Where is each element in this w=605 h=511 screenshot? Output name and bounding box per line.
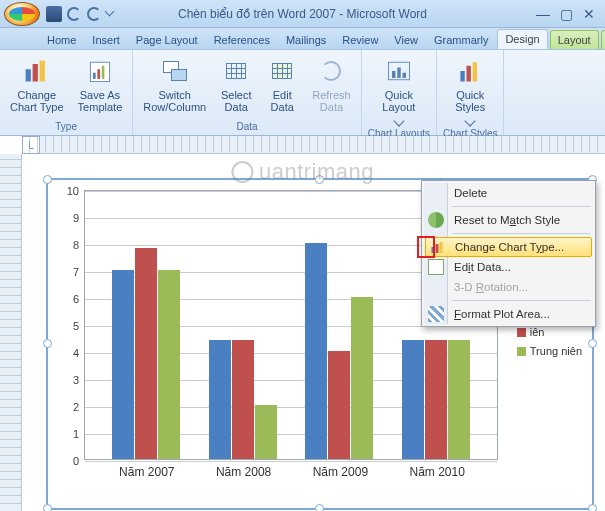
menu-reset-to-match-style[interactable]: Reset to Match Style: [424, 210, 593, 230]
legend-item: iên: [517, 326, 582, 338]
svg-rect-6: [102, 66, 105, 79]
save-as-template-button[interactable]: Save As Template: [74, 53, 127, 115]
svg-rect-4: [93, 73, 96, 79]
legend-swatch: [517, 347, 526, 356]
quick-layout-button[interactable]: Quick Layout: [378, 53, 419, 127]
tab-insert[interactable]: Insert: [85, 31, 127, 49]
document-title: Chèn biểu đồ trên Word 2007 - Microsoft …: [178, 7, 427, 21]
tab-format[interactable]: Format: [601, 30, 605, 49]
tab-review[interactable]: Review: [335, 31, 385, 49]
bar[interactable]: [351, 297, 373, 459]
bar[interactable]: [448, 340, 470, 459]
bar[interactable]: [112, 270, 134, 459]
resize-handle[interactable]: [43, 175, 52, 184]
switch-row-column-button[interactable]: Switch Row/Column: [139, 53, 210, 115]
refresh-data-button[interactable]: Refresh Data: [308, 53, 355, 115]
svg-rect-16: [440, 242, 443, 253]
legend-label: Trung niên: [530, 345, 582, 357]
bar[interactable]: [158, 270, 180, 459]
bar-group[interactable]: [209, 340, 279, 459]
svg-rect-0: [25, 69, 30, 81]
switch-icon: [159, 55, 191, 87]
button-label: Save As Template: [78, 89, 123, 113]
button-label: Edit Data: [271, 89, 294, 113]
resize-handle[interactable]: [588, 504, 597, 511]
resize-handle[interactable]: [588, 339, 597, 348]
tab-design[interactable]: Design: [497, 29, 547, 49]
resize-handle[interactable]: [43, 339, 52, 348]
window-controls: — ▢ ✕: [536, 6, 601, 22]
menu-separator: [452, 233, 591, 234]
save-icon[interactable]: [46, 6, 62, 22]
horizontal-ruler[interactable]: L: [22, 136, 605, 154]
tab-references[interactable]: References: [207, 31, 277, 49]
button-label: Select Data: [221, 89, 252, 113]
bar[interactable]: [328, 351, 350, 459]
y-axis-label: 3: [73, 374, 79, 386]
bar-group[interactable]: [112, 248, 182, 459]
office-button[interactable]: [4, 2, 40, 26]
bar[interactable]: [135, 248, 157, 459]
group-label: Data: [236, 120, 257, 133]
bar-group[interactable]: [402, 340, 472, 459]
quick-layout-icon: [383, 55, 415, 87]
annotation-highlight: [417, 236, 435, 258]
edit-data-icon: [266, 55, 298, 87]
undo-icon[interactable]: [66, 6, 82, 22]
tab-grammarly[interactable]: Grammarly: [427, 31, 495, 49]
maximize-button[interactable]: ▢: [560, 6, 573, 22]
button-label: Switch Row/Column: [143, 89, 206, 113]
quick-styles-button[interactable]: Quick Styles: [450, 53, 490, 127]
change-chart-type-button[interactable]: Change Chart Type: [6, 53, 68, 115]
tab-mailings[interactable]: Mailings: [279, 31, 333, 49]
minimize-button[interactable]: —: [536, 6, 550, 22]
resize-handle[interactable]: [315, 504, 324, 511]
resize-handle[interactable]: [315, 175, 324, 184]
menu-edit-data[interactable]: Edit Data...: [424, 257, 593, 277]
qat-dropdown-icon[interactable]: [105, 7, 115, 17]
vertical-ruler[interactable]: [0, 154, 22, 511]
tab-view[interactable]: View: [387, 31, 425, 49]
menu-change-chart-type[interactable]: Change Chart Type...: [425, 237, 592, 257]
legend-item: Trung niên: [517, 345, 582, 357]
quick-styles-icon: [454, 55, 486, 87]
svg-rect-8: [392, 71, 396, 78]
svg-rect-11: [461, 71, 465, 82]
bar[interactable]: [402, 340, 424, 459]
menu-delete[interactable]: Delete: [424, 183, 593, 203]
group-label: Type: [55, 120, 77, 133]
bar[interactable]: [232, 340, 254, 459]
x-axis-label: Năm 2010: [410, 465, 465, 479]
tab-home[interactable]: Home: [40, 31, 83, 49]
menu-separator: [452, 300, 591, 301]
y-axis-label: 4: [73, 347, 79, 359]
bar-group[interactable]: [305, 243, 375, 459]
menu-3d-rotation: 3-D Rotation...: [424, 277, 593, 297]
redo-icon[interactable]: [86, 6, 102, 22]
svg-rect-9: [397, 68, 401, 79]
tab-layout[interactable]: Layout: [550, 30, 599, 49]
bar[interactable]: [425, 340, 447, 459]
svg-rect-13: [473, 62, 477, 81]
menu-format-plot-area[interactable]: Format Plot Area...: [424, 304, 593, 324]
close-button[interactable]: ✕: [583, 6, 595, 22]
bar[interactable]: [209, 340, 231, 459]
button-label: Change Chart Type: [10, 89, 64, 113]
button-label: Refresh Data: [312, 89, 351, 113]
menu-separator: [452, 206, 591, 207]
spreadsheet-icon: [428, 259, 444, 275]
y-axis-label: 1: [73, 428, 79, 440]
select-data-button[interactable]: Select Data: [216, 53, 256, 115]
x-axis-label: Năm 2009: [313, 465, 368, 479]
edit-data-button[interactable]: Edit Data: [262, 53, 302, 115]
refresh-icon: [315, 55, 347, 87]
legend-label: iên: [530, 326, 545, 338]
tab-pagelayout[interactable]: Page Layout: [129, 31, 205, 49]
x-axis-label: Năm 2008: [216, 465, 271, 479]
resize-handle[interactable]: [43, 504, 52, 511]
bar[interactable]: [305, 243, 327, 459]
ribbon-group-chart-layouts: Quick Layout Chart Layouts: [362, 50, 437, 135]
y-axis-label: 2: [73, 401, 79, 413]
y-axis-label: 10: [67, 185, 79, 197]
bar[interactable]: [255, 405, 277, 459]
